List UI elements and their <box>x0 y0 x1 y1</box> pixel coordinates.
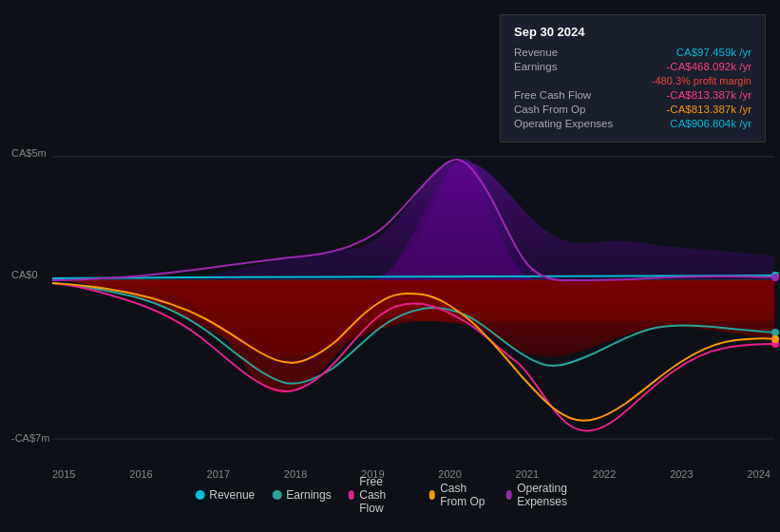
legend-opex-dot <box>506 490 513 500</box>
x-label-2015: 2015 <box>52 468 75 480</box>
tooltip-revenue-value: CA$97.459k /yr <box>676 47 751 58</box>
legend-revenue: Revenue <box>195 488 255 502</box>
tooltip-opex-label: Operating Expenses <box>514 118 613 129</box>
tooltip-opex-row: Operating Expenses CA$906.804k /yr <box>514 118 751 129</box>
legend-revenue-dot <box>195 490 204 500</box>
legend-fcf: Free Cash Flow <box>349 475 412 515</box>
tooltip-revenue-label: Revenue <box>514 47 558 58</box>
chart-legend: Revenue Earnings Free Cash Flow Cash Fro… <box>195 475 585 515</box>
tooltip-earnings-label: Earnings <box>514 61 557 72</box>
tooltip-fcf-value: -CA$813.387k /yr <box>667 89 752 101</box>
legend-opex-label: Operating Expenses <box>517 482 585 508</box>
tooltip-cashop-value: -CA$813.387k /yr <box>667 104 752 115</box>
tooltip-revenue-row: Revenue CA$97.459k /yr <box>514 47 751 58</box>
tooltip-fcf-row: Free Cash Flow -CA$813.387k /yr <box>514 89 751 101</box>
legend-fcf-dot <box>349 490 355 500</box>
tooltip-cashop-row: Cash From Op -CA$813.387k /yr <box>514 104 751 115</box>
svg-point-8 <box>771 335 779 343</box>
x-label-2022: 2022 <box>593 468 616 480</box>
legend-earnings-label: Earnings <box>286 488 331 502</box>
tooltip-earnings-row: Earnings -CA$468.092k /yr <box>514 61 751 72</box>
x-label-2024: 2024 <box>747 468 770 480</box>
tooltip-cashop-label: Cash From Op <box>514 104 585 115</box>
svg-point-9 <box>771 274 779 281</box>
legend-revenue-label: Revenue <box>209 488 255 502</box>
legend-earnings-dot <box>272 490 281 500</box>
tooltip-profit-margin: -480.3% profit margin <box>514 75 751 86</box>
chart-container: Sep 30 2024 Revenue CA$97.459k /yr Earni… <box>0 0 780 532</box>
tooltip-date: Sep 30 2024 <box>514 25 751 39</box>
tooltip-panel: Sep 30 2024 Revenue CA$97.459k /yr Earni… <box>500 14 766 142</box>
legend-cashop-label: Cash From Op <box>440 482 488 508</box>
x-label-2023: 2023 <box>670 468 693 480</box>
x-label-2016: 2016 <box>129 468 152 480</box>
legend-cashop-dot <box>429 490 436 500</box>
tooltip-earnings-value: -CA$468.092k /yr <box>667 61 752 72</box>
legend-fcf-label: Free Cash Flow <box>359 475 411 515</box>
tooltip-opex-value: CA$906.804k /yr <box>670 118 751 129</box>
legend-opex: Operating Expenses <box>506 482 585 508</box>
tooltip-fcf-label: Free Cash Flow <box>514 89 591 101</box>
legend-cashop: Cash From Op <box>429 482 489 508</box>
legend-earnings: Earnings <box>272 488 331 502</box>
svg-point-6 <box>771 329 779 336</box>
